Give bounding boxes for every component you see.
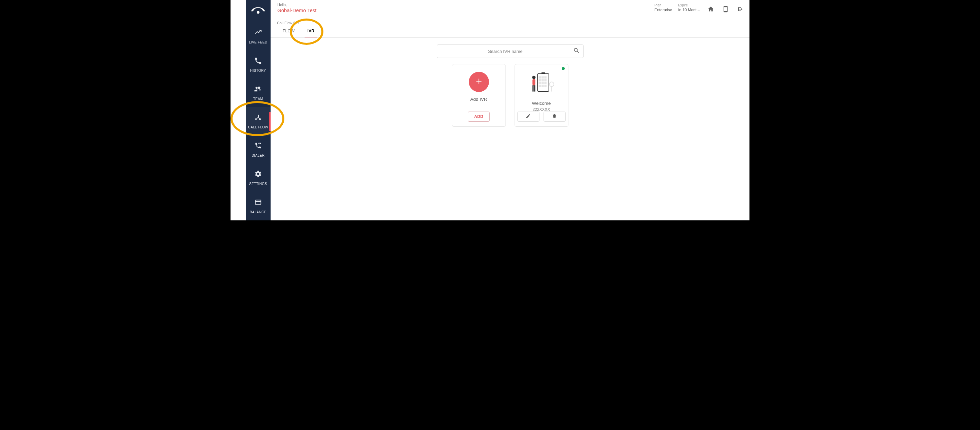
greeting-hello: Hello, xyxy=(277,3,317,7)
sidebar-item-label: HISTORY xyxy=(250,69,266,72)
add-ivr-card: Add IVR ADD xyxy=(452,64,506,127)
greeting: Hello, Gobal-Demo Test xyxy=(277,3,317,13)
logout-button[interactable] xyxy=(736,5,745,14)
credit-card-icon xyxy=(255,198,262,207)
logout-icon xyxy=(737,6,744,14)
expire-label: Expire xyxy=(678,3,700,7)
tab-ivr[interactable]: IVR xyxy=(302,25,320,37)
svg-rect-8 xyxy=(541,79,544,82)
plan-value: Enterprise xyxy=(655,8,672,12)
sidebar-item-label: DIALER xyxy=(252,153,265,157)
pencil-icon xyxy=(526,113,531,120)
svg-rect-10 xyxy=(538,82,541,84)
sidebar-item-label: SETTINGS xyxy=(249,182,267,186)
svg-rect-4 xyxy=(538,76,541,78)
sip-phone-icon: SIP xyxy=(255,142,262,151)
svg-rect-15 xyxy=(544,85,547,87)
add-button[interactable]: ADD xyxy=(468,112,490,121)
greeting-user: Gobal-Demo Test xyxy=(277,7,317,13)
smartphone-icon xyxy=(722,6,729,14)
call-split-icon xyxy=(255,113,262,122)
plan-box: Plan Enterprise xyxy=(655,3,672,12)
search-input[interactable] xyxy=(441,49,570,54)
svg-rect-21 xyxy=(551,86,552,92)
ivr-card-title: Welcome xyxy=(532,101,550,106)
sidebar-item-team[interactable]: TEAM xyxy=(246,79,270,107)
tab-flow[interactable]: FLOW xyxy=(277,25,300,37)
svg-rect-14 xyxy=(541,85,544,87)
svg-rect-12 xyxy=(544,82,547,84)
add-card-title: Add IVR xyxy=(470,97,487,102)
sidebar-item-dialer[interactable]: SIP DIALER xyxy=(246,136,270,164)
main: Add IVR ADD xyxy=(270,38,749,221)
svg-rect-18 xyxy=(532,85,533,91)
tab-label: IVR xyxy=(307,29,314,34)
expire-box: Expire In 10 Mont… xyxy=(678,3,700,12)
ivr-card: Welcome 222XXXX xyxy=(515,64,568,127)
expire-value: In 10 Mont… xyxy=(678,8,700,12)
svg-rect-7 xyxy=(538,79,541,82)
phone-icon xyxy=(255,57,262,66)
svg-rect-11 xyxy=(541,82,544,84)
plan-label: Plan xyxy=(655,3,672,7)
sidebar-item-history[interactable]: HISTORY xyxy=(246,51,270,79)
svg-point-0 xyxy=(257,11,259,13)
svg-rect-17 xyxy=(532,79,535,86)
sidebar-item-balance[interactable]: BALANCE xyxy=(246,192,270,221)
sidebar-item-settings[interactable]: SETTINGS xyxy=(246,164,270,192)
sidebar-item-label: TEAM xyxy=(253,97,263,101)
plus-icon xyxy=(474,77,483,87)
sidebar-item-label: LIVE FEED xyxy=(249,40,267,44)
status-dot-icon xyxy=(562,67,565,70)
search-bar xyxy=(437,45,584,58)
svg-rect-6 xyxy=(544,76,547,78)
trash-icon xyxy=(552,113,557,120)
ivr-illustration-icon xyxy=(527,72,555,96)
svg-rect-3 xyxy=(541,72,545,74)
team-add-icon xyxy=(255,85,262,94)
tab-label: FLOW xyxy=(283,29,294,34)
app-logo xyxy=(249,2,267,18)
sidebar-item-call-flow[interactable]: CALL FLOW xyxy=(246,107,270,136)
search-icon[interactable] xyxy=(573,47,580,55)
sidebar: LIVE FEED HISTORY TEAM CALL FLOW SIP DIA… xyxy=(246,0,270,221)
sidebar-nav: LIVE FEED HISTORY TEAM CALL FLOW SIP DIA… xyxy=(246,22,270,221)
ivr-card-number: 222XXXX xyxy=(532,107,550,112)
home-button[interactable] xyxy=(706,5,715,14)
header: Hello, Gobal-Demo Test Plan Enterprise E… xyxy=(270,0,749,17)
edit-button[interactable] xyxy=(517,112,539,121)
sidebar-item-label: BALANCE xyxy=(250,210,267,214)
svg-rect-5 xyxy=(541,76,544,78)
chart-line-icon xyxy=(255,29,262,37)
svg-rect-13 xyxy=(538,85,541,87)
sidebar-item-label: CALL FLOW xyxy=(248,125,268,129)
cards: Add IVR ADD xyxy=(452,64,568,127)
svg-rect-19 xyxy=(534,85,535,91)
add-fab[interactable] xyxy=(469,72,489,92)
svg-text:SIP: SIP xyxy=(259,143,261,144)
svg-point-20 xyxy=(549,82,554,86)
gear-icon xyxy=(255,170,262,179)
svg-point-16 xyxy=(532,76,535,79)
home-icon xyxy=(707,6,714,14)
svg-rect-9 xyxy=(544,79,547,82)
sidebar-item-live-feed[interactable]: LIVE FEED xyxy=(246,22,270,51)
delete-button[interactable] xyxy=(544,112,566,121)
tabs: FLOW IVR xyxy=(270,25,749,38)
mobile-button[interactable] xyxy=(721,5,730,14)
